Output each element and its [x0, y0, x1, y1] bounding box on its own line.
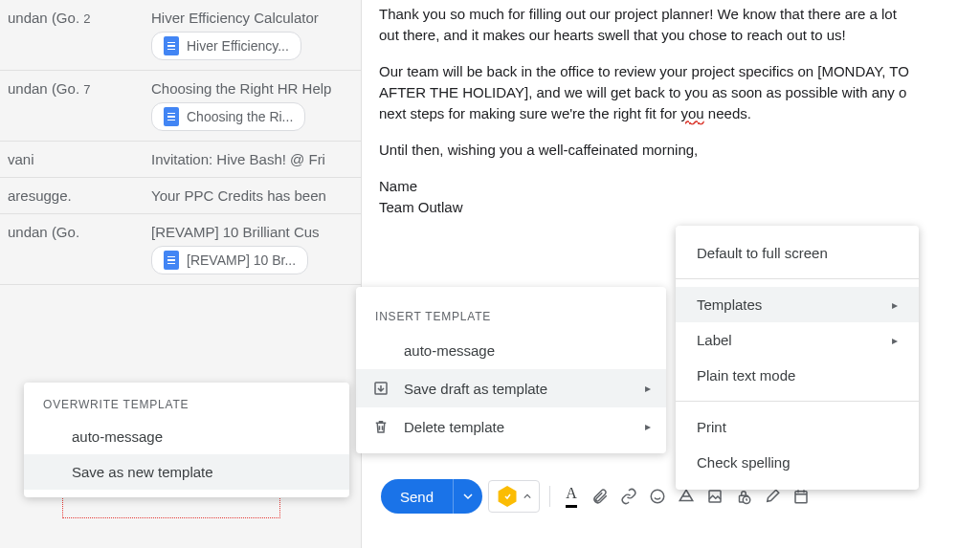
divider	[676, 278, 919, 279]
save-draft-as-template[interactable]: Save draft as template ▸	[356, 369, 666, 407]
divider	[549, 486, 550, 507]
google-doc-icon	[164, 36, 179, 55]
email-row[interactable]: undan (Go. 7 Choosing the Right HR Help …	[0, 71, 361, 142]
save-icon	[371, 379, 390, 398]
label-menu-item[interactable]: Label ▸	[676, 322, 919, 358]
email-row[interactable]: undan (Go. 2 Hiver Efficiency Calculator…	[0, 0, 361, 71]
email-row[interactable]: aresugge. Your PPC Credits has been	[0, 178, 361, 214]
chevron-right-icon: ▸	[892, 334, 898, 347]
templates-menu-item[interactable]: Templates ▸	[676, 287, 919, 322]
svg-rect-2	[709, 491, 721, 502]
email-subject: [REVAMP] 10 Brilliant Cus	[151, 224, 353, 240]
template-item-auto-message[interactable]: auto-message	[24, 419, 349, 454]
overwrite-template-submenu: OVERWRITE TEMPLATE auto-message Save as …	[24, 383, 349, 497]
hiver-button[interactable]	[488, 480, 540, 513]
check-spelling[interactable]: Check spelling	[676, 445, 919, 480]
email-subject: Choosing the Right HR Help	[151, 80, 353, 97]
doc-attachment-chip[interactable]: [REVAMP] 10 Br...	[151, 246, 308, 274]
plain-text-mode[interactable]: Plain text mode	[676, 358, 919, 393]
send-button[interactable]: Send	[381, 479, 482, 514]
templates-submenu: INSERT TEMPLATE auto-message Save draft …	[356, 287, 666, 453]
delete-template[interactable]: Delete template ▸	[356, 407, 666, 446]
google-doc-icon	[164, 107, 179, 126]
trash-icon	[371, 417, 390, 436]
send-dropdown[interactable]	[453, 479, 482, 514]
more-options-menu: Default to full screen Templates ▸ Label…	[676, 226, 919, 490]
email-subject: Invitation: Hive Bash! @ Fri	[151, 151, 353, 167]
chevron-right-icon: ▸	[892, 298, 898, 312]
divider	[676, 401, 919, 402]
doc-attachment-chip[interactable]: Hiver Efficiency...	[151, 32, 301, 60]
sender: undan (Go.	[8, 224, 151, 240]
compose-body[interactable]: Thank you so much for filling out our pr…	[373, 0, 980, 237]
spacer	[371, 340, 390, 360]
email-subject: Hiver Efficiency Calculator	[151, 10, 353, 26]
chevron-up-icon	[523, 493, 531, 500]
email-row[interactable]: vani Invitation: Hive Bash! @ Fri	[0, 142, 361, 178]
doc-attachment-chip[interactable]: Choosing the Ri...	[151, 102, 305, 131]
print-menu-item[interactable]: Print	[676, 409, 919, 445]
default-full-screen[interactable]: Default to full screen	[676, 235, 919, 271]
chevron-right-icon: ▸	[645, 420, 651, 433]
paragraph: Our team will be back in the office to r…	[379, 61, 974, 124]
format-text-icon[interactable]: A	[560, 485, 583, 508]
signature: Name Team Outlaw	[379, 176, 974, 218]
template-item-auto-message[interactable]: auto-message	[356, 331, 666, 369]
hiver-icon	[497, 486, 518, 507]
chevron-right-icon: ▸	[645, 382, 651, 395]
save-as-new-template[interactable]: Save as new template	[24, 454, 349, 490]
google-doc-icon	[164, 251, 179, 270]
emoji-icon[interactable]	[646, 485, 669, 508]
paragraph: Until then, wishing you a well-caffeinat…	[379, 140, 974, 161]
email-row[interactable]: undan (Go. [REVAMP] 10 Brilliant Cus [RE…	[0, 214, 361, 285]
submenu-header: INSERT TEMPLATE	[356, 295, 666, 331]
insert-link-icon[interactable]	[617, 485, 640, 508]
svg-rect-5	[795, 492, 807, 503]
attach-file-icon[interactable]	[589, 485, 612, 508]
sender: undan (Go. 7	[8, 80, 151, 97]
sender: aresugge.	[8, 187, 151, 204]
sender: undan (Go. 2	[8, 10, 151, 26]
svg-point-1	[651, 490, 664, 503]
email-subject: Your PPC Credits has been	[151, 187, 353, 204]
sender: vani	[8, 151, 151, 167]
submenu-header: OVERWRITE TEMPLATE	[24, 383, 349, 419]
paragraph: Thank you so much for filling out our pr…	[379, 4, 974, 46]
